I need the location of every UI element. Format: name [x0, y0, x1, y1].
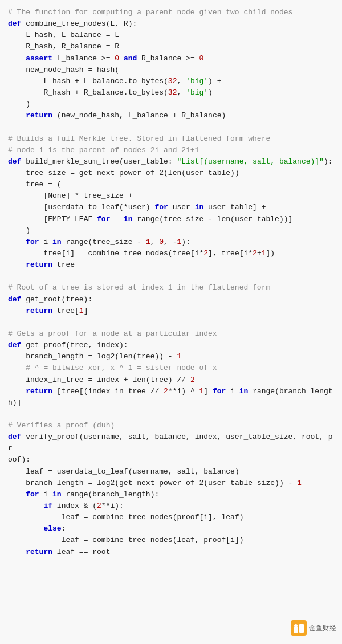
code-content: # The function for computing a parent no…: [8, 7, 334, 558]
watermark: 金鱼财经: [291, 620, 336, 636]
svg-rect-0: [294, 627, 298, 633]
code-container: # The function for computing a parent no…: [8, 7, 334, 558]
svg-point-2: [294, 624, 298, 627]
watermark-logo-icon: [293, 622, 304, 634]
svg-rect-1: [299, 624, 304, 633]
watermark-icon: [291, 620, 307, 636]
watermark-text: 金鱼财经: [309, 623, 336, 634]
